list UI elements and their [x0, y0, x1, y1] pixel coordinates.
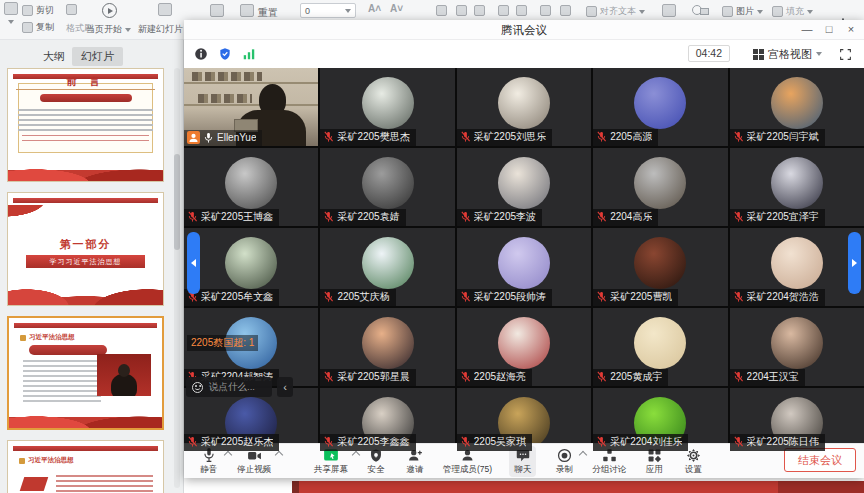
- security-shield-icon[interactable]: [218, 47, 232, 61]
- participant-tile[interactable]: 2205黄成宇: [593, 308, 727, 386]
- emoji-icon[interactable]: [192, 382, 203, 393]
- participant-tile[interactable]: 采矿2205段帅涛: [457, 228, 591, 306]
- numbered-list-icon[interactable]: [474, 5, 485, 16]
- text-direction-icon[interactable]: [540, 5, 551, 16]
- participant-tile[interactable]: 2204高乐: [593, 148, 727, 226]
- chevron-up-icon[interactable]: [579, 450, 587, 458]
- indent-decrease-icon[interactable]: [498, 5, 509, 16]
- fullscreen-icon[interactable]: [839, 47, 852, 60]
- tab-slides[interactable]: 幻灯片: [72, 47, 123, 66]
- participant-tile[interactable]: 采矿2205曹凯: [593, 228, 727, 306]
- fill-button[interactable]: 填充: [772, 5, 813, 18]
- participant-tile[interactable]: 采矿2205闫宇斌: [730, 68, 864, 146]
- toolbar-label: 录制: [556, 464, 573, 476]
- participant-tile[interactable]: 采矿2205陈日伟: [730, 388, 864, 451]
- scrollbar-thumb[interactable]: [174, 154, 180, 250]
- participant-tile[interactable]: 2205赵海亮: [457, 308, 591, 386]
- participant-avatar: [498, 317, 550, 369]
- participant-tile[interactable]: 2204王汉宝: [730, 308, 864, 386]
- play-icon[interactable]: [102, 3, 117, 18]
- participant-tile[interactable]: 2205艾庆杨: [320, 228, 454, 306]
- meeting-info-icon[interactable]: [194, 47, 208, 61]
- meeting-titlebar[interactable]: 腾讯会议 — □ ×: [184, 20, 864, 40]
- slide-thumbnail-2[interactable]: 第一部分 学习习近平法治思想: [7, 192, 164, 306]
- chat-placeholder: 说点什么...: [209, 381, 255, 394]
- participant-name: 采矿2205李鑫鑫: [337, 435, 409, 449]
- chevron-up-icon[interactable]: [352, 450, 360, 458]
- copy-button[interactable]: 复制: [22, 21, 54, 34]
- participant-tile[interactable]: EllenYue: [184, 68, 318, 146]
- clear-format-icon[interactable]: [436, 5, 447, 16]
- slide4-header: 习近平法治思想: [19, 456, 74, 465]
- reset-icon[interactable]: [240, 4, 254, 17]
- paste-dropdown-caret[interactable]: [8, 20, 14, 24]
- participant-tile[interactable]: 采矿2205宜泽宇: [730, 148, 864, 226]
- participant-tile[interactable]: 采矿2205牟文鑫: [184, 228, 318, 306]
- participant-tile[interactable]: 采矿2205樊思杰: [320, 68, 454, 146]
- minimize-button[interactable]: —: [796, 20, 818, 40]
- font-increase-icon[interactable]: A˄: [368, 3, 381, 14]
- layout-icon[interactable]: [210, 4, 224, 17]
- participant-tile[interactable]: 采矿2205郭星晨: [320, 308, 454, 386]
- indent-increase-icon[interactable]: [516, 5, 527, 16]
- new-slide-button[interactable]: 新建幻灯片: [138, 23, 183, 36]
- participant-avatar: [225, 237, 277, 289]
- toolbar-label: 停止视频: [237, 464, 271, 476]
- participant-tile[interactable]: 采矿2205李鑫鑫: [320, 388, 454, 451]
- start-from-page-button[interactable]: 当页开始: [86, 23, 131, 36]
- shapes-rect-icon[interactable]: [700, 8, 709, 15]
- participant-tile[interactable]: 采矿2205赵乐杰: [184, 388, 318, 451]
- new-slide-icon[interactable]: [158, 3, 172, 16]
- font-size-select[interactable]: 0: [300, 3, 356, 18]
- toolbar-label: 应用: [646, 464, 663, 476]
- paste-icon[interactable]: [4, 2, 18, 15]
- chat-input[interactable]: 说点什么...: [186, 377, 272, 397]
- participant-name: 采矿2205刘思乐: [474, 130, 546, 144]
- network-signal-icon[interactable]: [242, 47, 256, 61]
- prev-page-button[interactable]: [187, 232, 200, 294]
- participant-tile[interactable]: 2205吴家琪: [457, 388, 591, 451]
- participant-nameplate: 采矿2205李波: [457, 209, 542, 226]
- record-button[interactable]: 录制: [553, 447, 575, 476]
- view-mode-switcher[interactable]: 宫格视图: [753, 45, 822, 63]
- collapse-chat-button[interactable]: ‹: [277, 377, 293, 397]
- slide-thumbnail-1[interactable]: 前 言: [7, 68, 164, 182]
- participant-tile[interactable]: 采矿2205王博鑫: [184, 148, 318, 226]
- chevron-up-icon[interactable]: [275, 450, 283, 458]
- participant-tile[interactable]: 采矿2205袁婧: [320, 148, 454, 226]
- participant-tile[interactable]: 采矿2205李波: [457, 148, 591, 226]
- participant-avatar: [771, 157, 823, 209]
- chevron-up-icon[interactable]: [224, 450, 232, 458]
- end-meeting-button[interactable]: 结束会议: [784, 448, 856, 472]
- participant-tile[interactable]: 采矿2204刘佳乐: [593, 388, 727, 451]
- close-button[interactable]: ×: [840, 20, 862, 40]
- mic-muted-icon: [596, 131, 607, 143]
- brush-icon[interactable]: [66, 4, 77, 15]
- align-text-button[interactable]: 对齐文本: [586, 5, 645, 18]
- text-box-icon[interactable]: [662, 4, 676, 17]
- mic-muted-icon: [733, 436, 744, 448]
- picture-button[interactable]: 图片: [722, 5, 763, 18]
- next-page-button[interactable]: [848, 232, 861, 294]
- reset-button[interactable]: 重置: [258, 6, 278, 20]
- bullet-list-icon[interactable]: [456, 5, 467, 16]
- slide-red-band: [292, 481, 864, 493]
- participant-tile[interactable]: 采矿2204贺浩浩: [730, 228, 864, 306]
- participant-tile[interactable]: 采矿2205刘思乐: [457, 68, 591, 146]
- slide-thumbnail-4[interactable]: 习近平法治思想: [7, 440, 164, 493]
- tab-outline[interactable]: 大纲: [34, 47, 74, 66]
- cut-button[interactable]: 剪切: [22, 4, 54, 17]
- slide2-part-label: 第一部分: [8, 237, 163, 252]
- line-spacing-icon[interactable]: [560, 5, 571, 16]
- maximize-button[interactable]: □: [818, 20, 840, 40]
- dropdown-caret-icon: [125, 28, 131, 32]
- participant-tile[interactable]: 2205高源: [593, 68, 727, 146]
- participant-nameplate: 采矿2205曹凯: [593, 289, 678, 306]
- participant-tile[interactable]: 采矿2204郝智涛2205蔡国超: 1 说点什么... ‹: [184, 308, 318, 386]
- panel-scrollbar[interactable]: [174, 68, 180, 488]
- slide3-header: 习近平法治思想: [20, 333, 75, 342]
- participant-name: 2205高源: [610, 130, 652, 144]
- meeting-title: 腾讯会议: [184, 23, 864, 38]
- font-decrease-icon[interactable]: A˅: [390, 3, 403, 14]
- slide-thumbnail-3[interactable]: 习近平法治思想: [7, 316, 164, 430]
